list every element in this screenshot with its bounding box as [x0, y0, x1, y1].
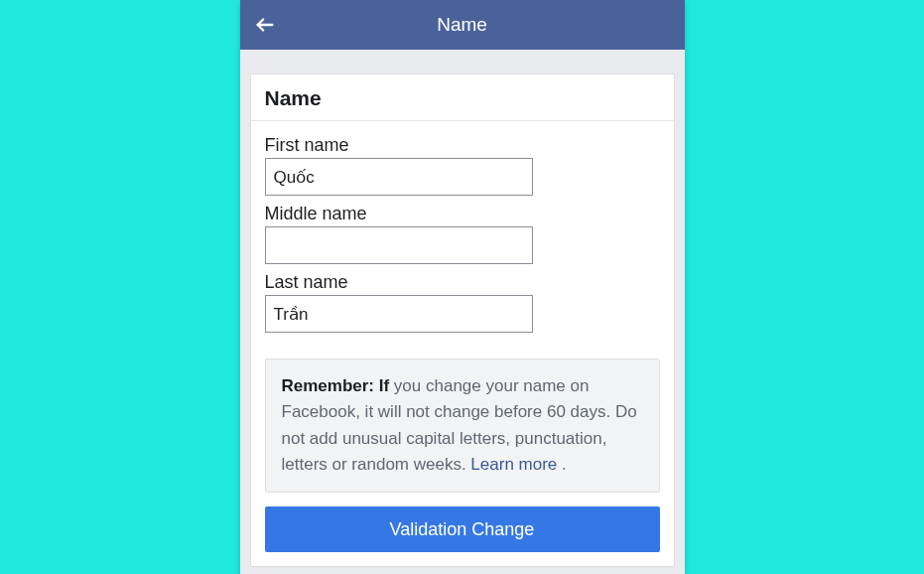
notice-trail: . [557, 455, 566, 474]
name-card: Name First name Middle name Last name Re… [250, 73, 675, 567]
middle-name-label: Middle name [265, 204, 660, 224]
notice-box: Remember: If you change your name on Fac… [265, 359, 660, 493]
last-name-label: Last name [265, 272, 660, 293]
appbar-title: Name [240, 14, 685, 36]
notice-lead: Remember: If [282, 376, 390, 395]
back-arrow-icon[interactable] [254, 14, 276, 36]
first-name-label: First name [265, 135, 660, 156]
card-header: Name [251, 74, 674, 121]
appbar: Name [240, 0, 685, 50]
app-screen: Name Name First name Middle name Last na… [240, 0, 685, 574]
first-name-input[interactable] [265, 158, 533, 196]
middle-name-input[interactable] [265, 226, 533, 264]
name-form: First name Middle name Last name [251, 121, 674, 347]
validation-change-button[interactable]: Validation Change [265, 506, 660, 552]
last-name-input[interactable] [265, 295, 533, 333]
learn-more-link[interactable]: Learn more [470, 455, 557, 474]
